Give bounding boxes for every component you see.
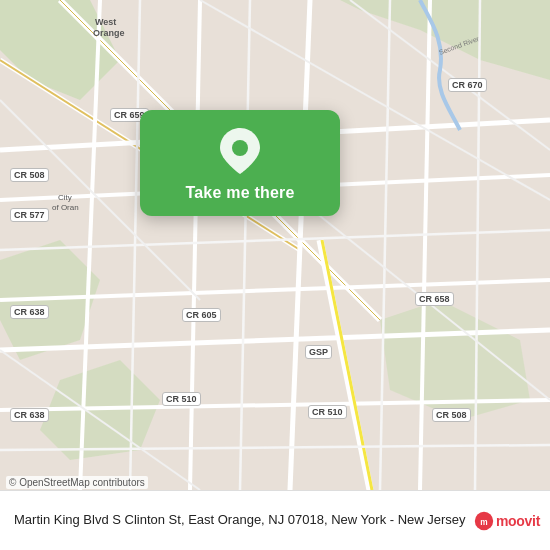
svg-text:Orange: Orange — [93, 28, 125, 38]
svg-text:West: West — [95, 17, 116, 27]
road-label-gsp: GSP — [305, 345, 332, 359]
map-container: West Orange City of Oran Second River CR… — [0, 0, 550, 490]
address-text: Martin King Blvd S Clinton St, East Oran… — [14, 511, 466, 529]
road-label-cr508-2: CR 508 — [432, 408, 471, 422]
location-pin-icon — [220, 128, 260, 174]
moovit-icon: m — [474, 511, 494, 531]
road-label-cr605: CR 605 — [182, 308, 221, 322]
moovit-text: moovit — [496, 513, 540, 529]
take-me-there-button[interactable]: Take me there — [185, 184, 294, 202]
moovit-logo[interactable]: m moovit — [474, 511, 540, 531]
road-label-cr510-1: CR 510 — [162, 392, 201, 406]
svg-point-37 — [232, 140, 248, 156]
road-label-cr638-2: CR 638 — [10, 408, 49, 422]
svg-text:m: m — [480, 517, 487, 527]
road-label-cr508-1: CR 508 — [10, 168, 49, 182]
road-label-cr638-1: CR 638 — [10, 305, 49, 319]
svg-text:of Oran: of Oran — [52, 203, 79, 212]
svg-text:City: City — [58, 193, 72, 202]
bottom-bar: Martin King Blvd S Clinton St, East Oran… — [0, 490, 550, 550]
road-label-cr510-2: CR 510 — [308, 405, 347, 419]
osm-attribution: © OpenStreetMap contributors — [6, 476, 148, 489]
road-label-cr577: CR 577 — [10, 208, 49, 222]
take-me-there-card[interactable]: Take me there — [140, 110, 340, 216]
road-label-cr670: CR 670 — [448, 78, 487, 92]
road-label-cr658: CR 658 — [415, 292, 454, 306]
